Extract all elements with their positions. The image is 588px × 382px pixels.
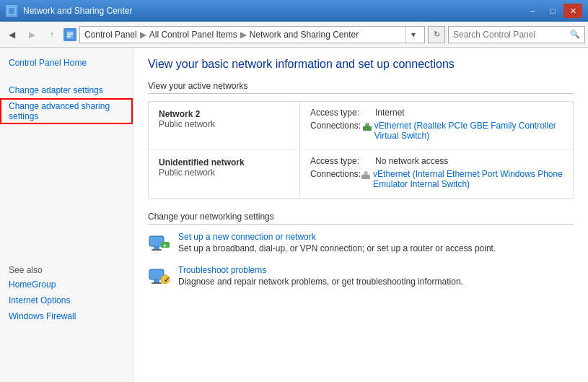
sidebar-item-change-adapter[interactable]: Change adapter settings: [0, 82, 133, 98]
network-row-2: Unidentified network Public network Acce…: [149, 150, 573, 198]
minimize-button[interactable]: −: [523, 4, 542, 18]
connections-row-2: Connections: vEthernet (Internal Etherne…: [310, 169, 563, 189]
sidebar-item-internet-options[interactable]: Internet Options: [0, 292, 133, 308]
svg-text:+: +: [163, 243, 167, 249]
access-type-label-2: Access type:: [310, 156, 375, 166]
setup-connection-item: + Set up a new connection or network Set…: [148, 232, 574, 255]
network-info-1: Network 2 Public network: [149, 102, 300, 149]
back-button[interactable]: ◀: [3, 26, 20, 43]
setup-connection-desc: Set up a broadband, dial-up, or VPN conn…: [178, 243, 496, 253]
connection-link-1[interactable]: vEthernet (Realtek PCIe GBE Family Contr…: [374, 121, 563, 141]
connection-icon-2: [361, 170, 371, 180]
breadcrumb-icon: [63, 28, 76, 41]
networks-table: Network 2 Public network Access type: In…: [148, 101, 574, 199]
close-button[interactable]: ✕: [563, 4, 582, 18]
svg-rect-1: [9, 8, 14, 14]
sidebar-item-homegroup[interactable]: HomeGroup: [0, 277, 133, 292]
breadcrumb-part1: Control Panel: [84, 30, 137, 40]
address-path[interactable]: Control Panel ▶ All Control Panel Items …: [79, 26, 425, 43]
svg-rect-4: [67, 34, 73, 35]
sidebar-item-control-panel-home[interactable]: Control Panel Home: [0, 55, 133, 71]
svg-rect-11: [154, 246, 159, 249]
sidebar: Control Panel Home Change adapter settin…: [0, 48, 133, 382]
setup-connection-link[interactable]: Set up a new connection or network: [178, 232, 574, 242]
window-title: Network and Sharing Center: [23, 6, 132, 16]
svg-rect-7: [365, 124, 369, 127]
network-row-1: Network 2 Public network Access type: In…: [149, 102, 573, 150]
refresh-button[interactable]: ↻: [428, 26, 445, 43]
up-button[interactable]: ↑: [43, 26, 61, 43]
active-networks-header: View your active networks: [148, 81, 574, 94]
troubleshoot-desc: Diagnose and repair network problems, or…: [178, 277, 463, 287]
network-name-1: Network 2: [159, 109, 289, 119]
access-type-value-1: Internet: [375, 108, 405, 118]
content-area: View your basic network information and …: [133, 48, 588, 382]
network-type-2: Public network: [159, 168, 289, 178]
maximize-button[interactable]: □: [543, 4, 562, 18]
forward-button[interactable]: ▶: [23, 26, 40, 43]
troubleshoot-icon: ✓: [148, 265, 171, 288]
search-input[interactable]: [453, 30, 567, 40]
breadcrumb-part2: All Control Panel Items: [149, 30, 237, 40]
breadcrumb-arrow1: ▶: [140, 30, 146, 40]
svg-rect-12: [152, 249, 162, 251]
svg-text:✓: ✓: [164, 276, 170, 284]
network-details-1: Access type: Internet Connections:: [300, 102, 573, 149]
settings-section: + Set up a new connection or network Set…: [148, 232, 574, 288]
connection-icon-1: [362, 121, 372, 131]
network-info-2: Unidentified network Public network: [149, 150, 300, 198]
troubleshoot-text: Troubleshoot problems Diagnose and repai…: [178, 265, 574, 287]
access-type-row-1: Access type: Internet: [310, 108, 563, 118]
connections-row-1: Connections: vEthernet (Realtek PCIe GBE…: [310, 121, 563, 141]
access-type-row-2: Access type: No network access: [310, 156, 563, 166]
svg-rect-16: [154, 279, 159, 282]
network-type-1: Public network: [159, 119, 289, 129]
svg-rect-9: [364, 173, 368, 175]
svg-rect-3: [67, 32, 73, 34]
page-title: View your basic network information and …: [148, 58, 574, 71]
setup-connection-icon: +: [148, 232, 171, 255]
setup-connection-text: Set up a new connection or network Set u…: [178, 232, 574, 253]
network-details-2: Access type: No network access Connectio…: [300, 150, 573, 198]
app-icon: [6, 5, 17, 17]
svg-rect-17: [152, 282, 162, 284]
see-also-label: See also: [0, 261, 133, 277]
title-bar: Network and Sharing Center − □ ✕: [0, 0, 588, 22]
address-bar: ◀ ▶ ↑ Control Panel ▶ All Control Panel …: [0, 22, 588, 48]
breadcrumb-arrow2: ▶: [240, 30, 247, 40]
troubleshoot-link[interactable]: Troubleshoot problems: [178, 265, 574, 275]
search-box: 🔍: [448, 26, 585, 43]
main-container: Control Panel Home Change adapter settin…: [0, 48, 588, 382]
access-type-label-1: Access type:: [310, 108, 375, 118]
breadcrumb-part3: Network and Sharing Center: [250, 30, 359, 40]
search-icon: 🔍: [570, 30, 580, 39]
address-dropdown[interactable]: ▾: [405, 27, 420, 43]
connections-label-1: Connections:: [310, 121, 362, 131]
connection-link-2[interactable]: vEthernet (Internal Ethernet Port Window…: [373, 169, 563, 189]
connections-label-2: Connections:: [310, 169, 361, 179]
network-name-2: Unidentified network: [159, 157, 289, 168]
troubleshoot-item: ✓ Troubleshoot problems Diagnose and rep…: [148, 265, 574, 288]
sidebar-item-windows-firewall[interactable]: Windows Firewall: [0, 308, 133, 324]
sidebar-item-change-advanced-sharing[interactable]: Change advanced sharing settings: [0, 98, 133, 124]
window-controls: − □ ✕: [523, 4, 582, 18]
access-type-value-2: No network access: [375, 156, 448, 166]
change-networking-header: Change your networking settings: [148, 212, 574, 225]
svg-rect-5: [67, 36, 71, 38]
